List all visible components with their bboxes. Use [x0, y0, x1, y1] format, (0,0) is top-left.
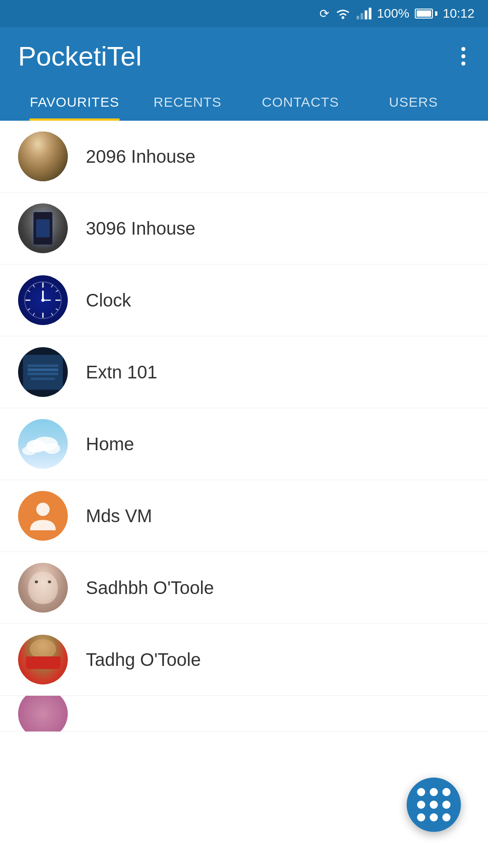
dialpad-dot: [417, 813, 425, 821]
avatar: [18, 132, 68, 181]
dialpad-dot: [442, 788, 450, 796]
avatar: [18, 635, 68, 684]
signal-bars: [357, 8, 371, 19]
clock-svg: [23, 280, 63, 321]
contact-name: Home: [86, 434, 134, 454]
dialpad-dot: [430, 813, 438, 821]
avatar: [18, 347, 68, 397]
more-dot-1: [461, 47, 465, 51]
avatar: [18, 491, 68, 541]
app-title: PocketiTel: [18, 41, 141, 72]
app-header: PocketiTel FAVOURITES RECENTS CONTACTS U…: [0, 27, 488, 121]
svg-line-9: [52, 313, 53, 316]
list-item[interactable]: Home: [0, 408, 488, 480]
tab-users[interactable]: USERS: [357, 85, 470, 121]
battery-icon: [415, 9, 437, 19]
dialpad-dot: [417, 788, 425, 796]
contact-name: 2096 Inhouse: [86, 146, 195, 167]
list-item[interactable]: Tadhg O'Toole: [0, 624, 488, 696]
avatar: [18, 275, 68, 325]
contact-name: Tadhg O'Toole: [86, 650, 201, 670]
list-item[interactable]: [0, 696, 488, 732]
svg-point-16: [41, 298, 44, 302]
header-top: PocketiTel: [18, 41, 470, 85]
list-item[interactable]: 2096 Inhouse: [0, 121, 488, 193]
tab-favourites[interactable]: FAVOURITES: [18, 85, 131, 121]
battery-percent: 100%: [377, 6, 409, 21]
tab-contacts[interactable]: CONTACTS: [244, 85, 357, 121]
status-bar: ⟳ 100% 10:12: [0, 0, 488, 27]
svg-line-6: [52, 285, 53, 288]
list-item[interactable]: Clock: [0, 264, 488, 336]
list-item[interactable]: Extn 101: [0, 336, 488, 408]
dialpad-icon: [410, 781, 457, 828]
svg-point-0: [342, 16, 344, 19]
svg-line-11: [28, 309, 30, 310]
svg-line-13: [33, 285, 34, 288]
tab-bar: FAVOURITES RECENTS CONTACTS USERS: [18, 85, 470, 121]
dialpad-dot: [442, 801, 450, 809]
avatar: [18, 563, 68, 613]
contact-list: 2096 Inhouse 3096 Inhouse: [0, 121, 488, 732]
avatar: [18, 696, 68, 732]
dialpad-dot: [417, 801, 425, 809]
svg-point-20: [22, 446, 37, 455]
more-dot-2: [461, 54, 465, 58]
list-item[interactable]: Mds VM: [0, 480, 488, 552]
dialpad-dot: [430, 801, 438, 809]
person-icon: [25, 498, 61, 534]
svg-point-21: [37, 503, 50, 516]
status-icons: ⟳ 100% 10:12: [319, 6, 474, 21]
list-item[interactable]: 3096 Inhouse: [0, 193, 488, 264]
sync-icon: ⟳: [319, 7, 329, 21]
contact-name: Mds VM: [86, 506, 152, 526]
clouds-svg: [20, 421, 66, 467]
status-time: 10:12: [443, 6, 474, 21]
svg-line-7: [56, 290, 58, 292]
contact-name: 3096 Inhouse: [86, 218, 195, 239]
svg-line-12: [28, 290, 30, 292]
svg-point-19: [44, 443, 60, 454]
avatar: [18, 419, 68, 469]
svg-line-10: [33, 313, 34, 316]
more-dot-3: [461, 61, 465, 66]
list-item[interactable]: Sadhbh O'Toole: [0, 552, 488, 624]
contact-name: Extn 101: [86, 362, 157, 382]
tab-recents[interactable]: RECENTS: [131, 85, 244, 121]
contact-name: Sadhbh O'Toole: [86, 578, 214, 598]
contact-name: Clock: [86, 290, 131, 311]
wifi-icon: [335, 7, 351, 20]
dialpad-dot: [442, 813, 450, 821]
svg-line-8: [56, 309, 58, 310]
avatar: [18, 203, 68, 253]
dialpad-dot: [430, 788, 438, 796]
dialpad-fab-button[interactable]: [407, 778, 461, 832]
more-options-button[interactable]: [457, 42, 470, 70]
